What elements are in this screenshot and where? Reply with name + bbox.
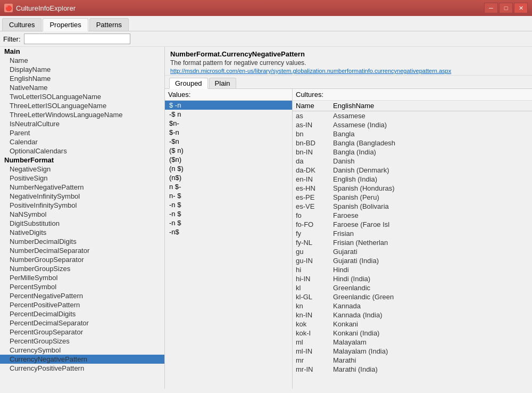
culture-english: Frisian (Netherlan <box>330 239 532 247</box>
list-item[interactable]: CurrencyPositivePattern <box>0 364 164 373</box>
culture-name: hi-IN <box>293 275 330 283</box>
table-row[interactable]: en-INEnglish (India) <box>293 175 532 184</box>
list-item[interactable]: NumberGroupSeparator <box>0 255 164 264</box>
culture-name: fy-NL <box>293 239 330 247</box>
value-item[interactable]: ($n) <box>165 155 292 164</box>
value-item[interactable]: $n- <box>165 119 292 128</box>
table-row[interactable]: hi-INHindi (India) <box>293 274 532 283</box>
table-row[interactable]: hiHindi <box>293 265 532 274</box>
table-row[interactable]: kokKonkani <box>293 320 532 329</box>
table-row[interactable]: mrMarathi <box>293 356 532 365</box>
property-desc: The format pattern for negative currency… <box>170 59 527 67</box>
value-item[interactable]: -n $ <box>165 200 292 209</box>
value-item[interactable]: -n $ <box>165 218 292 227</box>
table-row[interactable]: as-INAssamese (India) <box>293 120 532 129</box>
table-row[interactable]: kl-GLGreenlandic (Green <box>293 292 532 301</box>
table-row[interactable]: da-DKDanish (Denmark) <box>293 166 532 175</box>
list-item[interactable]: PercentDecimalDigits <box>0 309 164 318</box>
value-item[interactable]: n $- <box>165 182 292 191</box>
value-item[interactable]: -n $ <box>165 209 292 218</box>
table-row[interactable]: fo-FOFaroese (Faroe Isl <box>293 220 532 229</box>
list-item[interactable]: PositiveInfinitySymbol <box>0 201 164 210</box>
table-row[interactable]: es-PESpanish (Peru) <box>293 193 532 202</box>
list-item[interactable]: NegativeSign <box>0 165 164 174</box>
table-row[interactable]: mr-INMarathi (India) <box>293 365 532 374</box>
culture-name: kn <box>293 302 330 310</box>
list-item[interactable]: PercentNegativePattern <box>0 291 164 300</box>
value-item[interactable]: (n $) <box>165 164 292 173</box>
table-row[interactable]: fyFrisian <box>293 229 532 238</box>
table-row[interactable]: guGujarati <box>293 247 532 256</box>
table-row[interactable]: ml-INMalayalam (India) <box>293 347 532 356</box>
culture-name: kn-IN <box>293 311 330 319</box>
maximize-button[interactable]: □ <box>499 3 513 13</box>
list-item[interactable]: NativeName <box>0 83 164 92</box>
list-item[interactable]: DigitSubstitution <box>0 219 164 228</box>
tab-properties[interactable]: Properties <box>43 18 88 31</box>
split-view: Values: $ -n-$ n$n-$-n-$n($ n)($n)(n $)(… <box>165 89 532 389</box>
list-item[interactable]: ThreeLetterISOLanguageName <box>0 101 164 110</box>
list-item[interactable]: EnglishName <box>0 74 164 83</box>
value-item[interactable]: ($ n) <box>165 146 292 155</box>
property-link[interactable]: http://msdn.microsoft.com/en-us/library/… <box>170 68 527 74</box>
table-row[interactable]: kn-INKannada (India) <box>293 310 532 320</box>
list-item[interactable]: NativeDigits <box>0 228 164 237</box>
list-item[interactable]: CurrencyNegativePattern <box>0 355 164 364</box>
culture-english: Hindi <box>330 266 532 274</box>
close-button[interactable]: ✕ <box>514 3 528 13</box>
value-item[interactable]: $ -n <box>165 101 292 110</box>
table-row[interactable]: daDanish <box>293 157 532 166</box>
table-row[interactable]: mlMalayalam <box>293 338 532 347</box>
table-row[interactable]: bn-INBangla (India) <box>293 148 532 157</box>
list-item[interactable]: PerMilleSymbol <box>0 273 164 282</box>
list-item[interactable]: PercentGroupSizes <box>0 337 164 346</box>
list-item[interactable]: PercentGroupSeparator <box>0 328 164 337</box>
list-item[interactable]: Calendar <box>0 137 164 146</box>
table-row[interactable]: foFaroese <box>293 211 532 220</box>
value-item[interactable]: (n$) <box>165 173 292 182</box>
list-item[interactable]: NumberDecimalDigits <box>0 237 164 246</box>
list-item[interactable]: Name <box>0 56 164 65</box>
list-item[interactable]: NaNSymbol <box>0 210 164 219</box>
table-row[interactable]: klGreenlandic <box>293 283 532 292</box>
value-item[interactable]: -n$ <box>165 227 292 236</box>
table-row[interactable]: asAssamese <box>293 111 532 120</box>
list-item[interactable]: PercentDecimalSeparator <box>0 318 164 328</box>
list-item[interactable]: PercentPositivePattern <box>0 300 164 309</box>
list-item[interactable]: Main <box>0 47 164 56</box>
table-row[interactable]: knKannada <box>293 301 532 310</box>
table-row[interactable]: es-VESpanish (Bolivaria <box>293 202 532 211</box>
list-item[interactable]: OptionalCalendars <box>0 146 164 155</box>
culture-name: es-VE <box>293 202 330 210</box>
list-item[interactable]: NumberNegativePattern <box>0 183 164 192</box>
list-item[interactable]: TwoLetterISOLanguageName <box>0 92 164 101</box>
minimize-button[interactable]: ─ <box>484 3 498 13</box>
value-item[interactable]: n- $ <box>165 191 292 200</box>
value-item[interactable]: $-n <box>165 128 292 137</box>
list-item[interactable]: PositiveSign <box>0 174 164 183</box>
list-item[interactable]: NumberFormat <box>0 155 164 165</box>
table-row[interactable]: bnBangla <box>293 129 532 138</box>
value-item[interactable]: -$ n <box>165 110 292 119</box>
table-row[interactable]: kok-IKonkani (India) <box>293 329 532 338</box>
list-item[interactable]: NumberDecimalSeparator <box>0 246 164 255</box>
value-item[interactable]: -$n <box>165 137 292 146</box>
list-item[interactable]: ThreeLetterWindowsLanguageName <box>0 110 164 119</box>
list-item[interactable]: NumberGroupSizes <box>0 264 164 273</box>
list-item[interactable]: PercentSymbol <box>0 282 164 291</box>
inner-tab-plain[interactable]: Plain <box>209 78 236 88</box>
col-headers: Name EnglishName <box>293 101 532 111</box>
table-row[interactable]: es-HNSpanish (Honduras) <box>293 184 532 193</box>
list-item[interactable]: Parent <box>0 128 164 137</box>
table-row[interactable]: fy-NLFrisian (Netherlan <box>293 238 532 247</box>
inner-tab-grouped[interactable]: Grouped <box>169 78 208 89</box>
list-item[interactable]: DisplayName <box>0 65 164 74</box>
tab-patterns[interactable]: Patterns <box>89 18 129 31</box>
list-item[interactable]: CurrencySymbol <box>0 346 164 355</box>
table-row[interactable]: gu-INGujarati (India) <box>293 256 532 265</box>
table-row[interactable]: bn-BDBangla (Bangladesh <box>293 138 532 148</box>
filter-input[interactable] <box>24 34 130 44</box>
list-item[interactable]: NegativeInfinitySymbol <box>0 192 164 201</box>
list-item[interactable]: IsNeutralCulture <box>0 119 164 128</box>
tab-cultures[interactable]: Cultures <box>2 18 41 31</box>
